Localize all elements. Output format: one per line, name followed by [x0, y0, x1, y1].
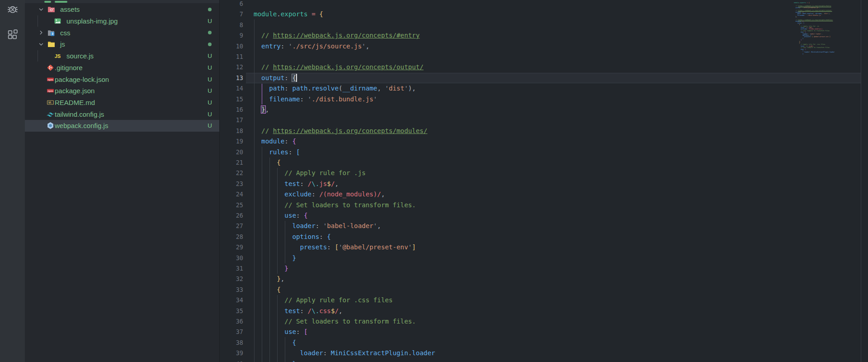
code-line-25[interactable]: 25 // Set loaders to transform files. [220, 200, 868, 210]
code-line-14[interactable]: 14 path: path.resolve(__dirname, 'dist')… [220, 83, 868, 94]
code-line-7[interactable]: 7module.exports = { [220, 9, 868, 19]
line-number[interactable]: 26 [220, 210, 243, 221]
code-line-34[interactable]: 34 // Apply rule for .css files [220, 295, 868, 305]
line-number[interactable]: 38 [220, 338, 243, 348]
git-modified-dot [208, 43, 212, 46]
code-line-21[interactable]: 21 { [220, 157, 868, 168]
line-number[interactable]: 30 [220, 253, 243, 263]
explorer-item-package-lock-json[interactable]: npmpackage-lock.jsonU [25, 73, 219, 85]
line-number[interactable]: 12 [220, 62, 243, 72]
line-number[interactable]: 19 [220, 136, 243, 147]
code-text: output: { [254, 73, 297, 83]
code-line-18[interactable]: 18 // https://webpack.js.org/concepts/mo… [220, 126, 868, 136]
extensions-icon[interactable] [6, 28, 19, 41]
line-number[interactable]: 16 [220, 105, 243, 115]
editor-scrollbar[interactable] [861, 0, 868, 362]
code-text: { [254, 338, 296, 348]
code-line-16[interactable]: 16 }, [220, 105, 868, 115]
line-number[interactable]: 34 [220, 295, 243, 305]
chevron-down-icon[interactable] [38, 41, 44, 48]
svg-text:npm: npm [47, 78, 53, 81]
code-line-22[interactable]: 22 // Apply rule for .js [220, 168, 868, 178]
file-label: .gitignore [55, 64, 83, 71]
explorer-item-webpack-config-js[interactable]: webpack.config.jsU [25, 120, 219, 132]
code-line-9[interactable]: 9 // https://webpack.js.org/concepts/#en… [220, 30, 868, 41]
code-line-15[interactable]: 15 filename: './dist.bundle.js' [220, 94, 868, 105]
code-line-19[interactable]: 19 module: { [220, 136, 868, 147]
explorer-item-tailwind-config-js[interactable]: tailwind.config.jsU [25, 108, 219, 120]
explorer-item-css[interactable]: 3css [25, 27, 219, 38]
code-line-10[interactable]: 10 entry: './src/js/source.js', [220, 41, 868, 52]
line-number[interactable]: 27 [220, 221, 243, 231]
code-line-12[interactable]: 12 // https://webpack.js.org/concepts/ou… [220, 62, 868, 72]
line-number[interactable]: 35 [220, 306, 243, 316]
code-line-11[interactable]: 11 [220, 52, 868, 62]
code-line-30[interactable]: 30 } [220, 253, 868, 263]
line-number[interactable]: 37 [220, 327, 243, 337]
line-number[interactable]: 9 [220, 30, 243, 41]
folder-images-icon [47, 5, 55, 13]
explorer-item-source-js[interactable]: JSsource.jsU [25, 50, 219, 62]
line-number[interactable]: 10 [220, 41, 243, 52]
svg-text:M↓: M↓ [48, 101, 52, 104]
minimap[interactable]: module.exports = { // https://webpack.js… [794, 0, 861, 362]
code-line-33[interactable]: 33 { [220, 285, 868, 295]
line-number[interactable]: 31 [220, 263, 243, 274]
line-number[interactable]: 24 [220, 189, 243, 200]
code-line-28[interactable]: 28 options: { [220, 232, 868, 242]
line-number[interactable]: 32 [220, 274, 243, 284]
code-line-31[interactable]: 31 } [220, 263, 868, 274]
folder-css-icon: 3 [47, 29, 55, 37]
explorer-item-js[interactable]: js [25, 38, 219, 50]
code-line-27[interactable]: 27 loader: 'babel-loader', [220, 221, 868, 231]
code-line-6[interactable]: 6 [220, 0, 868, 9]
code-line-37[interactable]: 37 use: [ [220, 327, 868, 337]
line-number[interactable]: 23 [220, 179, 243, 189]
explorer-item-partial-top[interactable] [25, 0, 219, 3]
line-number[interactable]: 20 [220, 147, 243, 157]
minimap-line: } [794, 53, 861, 55]
code-line-17[interactable]: 17 [220, 115, 868, 125]
explorer-item-unsplash-img-jpg[interactable]: unsplash-img.jpgU [25, 15, 219, 27]
code-editor: 67module.exports = {89 // https://webpac… [219, 0, 868, 362]
line-number[interactable]: 29 [220, 242, 243, 252]
explorer-item-package-json[interactable]: npmpackage.jsonU [25, 85, 219, 97]
explorer-item--gitignore[interactable]: .gitignoreU [25, 62, 219, 74]
line-number[interactable]: 17 [220, 115, 243, 125]
code-line-23[interactable]: 23 test: /\.js$/, [220, 179, 868, 189]
line-number[interactable]: 28 [220, 232, 243, 242]
explorer-item-assets[interactable]: assets [25, 4, 219, 15]
line-number[interactable]: 6 [220, 0, 243, 9]
code-line-20[interactable]: 20 rules: [ [220, 147, 868, 157]
explorer-item-readme-md[interactable]: M↓README.mdU [25, 97, 219, 109]
line-number[interactable]: 14 [220, 83, 243, 94]
line-number[interactable]: 40 [220, 359, 243, 362]
code-line-8[interactable]: 8 [220, 20, 868, 30]
code-line-36[interactable]: 36 // Set loaders to transform files. [220, 316, 868, 327]
code-text: module: { [254, 136, 296, 147]
line-number[interactable]: 8 [220, 20, 243, 30]
line-number[interactable]: 25 [220, 200, 243, 210]
code-line-40[interactable]: 40 } [220, 359, 868, 362]
code-line-24[interactable]: 24 exclude: /(node_modules)/, [220, 189, 868, 200]
line-number[interactable]: 21 [220, 157, 243, 168]
chevron-right-icon[interactable] [38, 29, 44, 36]
code-line-13[interactable]: 13 output: { [220, 73, 868, 83]
debug-icon[interactable] [6, 3, 19, 15]
line-number[interactable]: 36 [220, 316, 243, 327]
code-line-32[interactable]: 32 }, [220, 274, 868, 284]
line-number[interactable]: 11 [220, 52, 243, 62]
line-number[interactable]: 13 [220, 73, 243, 83]
line-number[interactable]: 7 [220, 9, 243, 19]
line-number[interactable]: 39 [220, 348, 243, 358]
code-line-38[interactable]: 38 { [220, 338, 868, 348]
code-line-35[interactable]: 35 test: /\.css$/, [220, 306, 868, 316]
line-number[interactable]: 18 [220, 126, 243, 136]
line-number[interactable]: 33 [220, 285, 243, 295]
chevron-down-icon[interactable] [38, 6, 44, 13]
line-number[interactable]: 22 [220, 168, 243, 178]
code-line-29[interactable]: 29 presets: ['@babel/preset-env'] [220, 242, 868, 252]
code-line-26[interactable]: 26 use: { [220, 210, 868, 221]
line-number[interactable]: 15 [220, 94, 243, 105]
code-line-39[interactable]: 39 loader: MiniCssExtractPlugin.loader [220, 348, 868, 358]
